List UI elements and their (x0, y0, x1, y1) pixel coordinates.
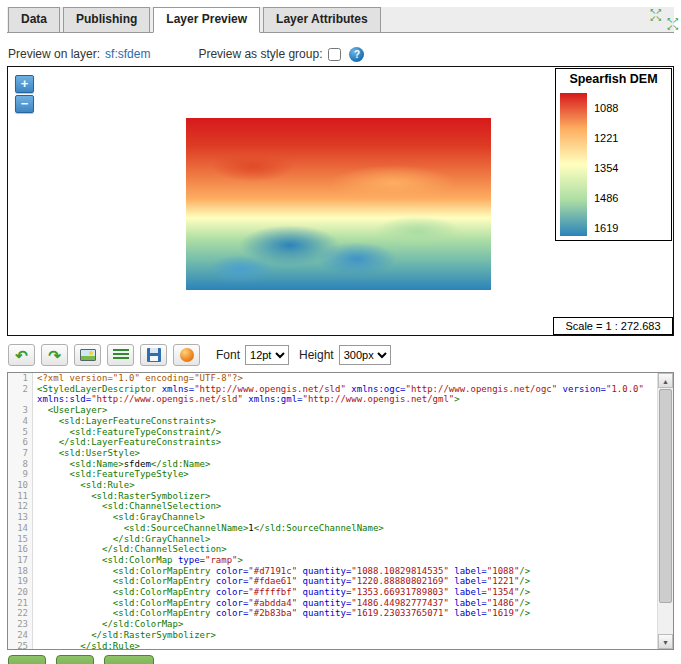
zoom-in-button[interactable]: + (15, 75, 34, 93)
help-icon[interactable]: ? (349, 47, 364, 62)
code-text[interactable]: </sld:ColorMap> (33, 619, 657, 630)
code-line: 18 <sld:ColorMapEntry color="#d7191c" qu… (8, 566, 657, 577)
layer-preview-page: DataPublishingLayer PreviewLayer Attribu… (0, 0, 681, 664)
line-number: 21 (8, 598, 33, 609)
tab-layer-attributes[interactable]: Layer Attributes (263, 7, 381, 32)
code-line: 4 <sld:LayerFeatureConstraints> (8, 416, 657, 427)
tab-bar: DataPublishingLayer PreviewLayer Attribu… (7, 7, 674, 33)
expand-arrows-bottom: ↙↘ (667, 24, 678, 31)
code-line: 2<StyledLayerDescriptor xmlns="http://ww… (8, 384, 657, 405)
code-text[interactable]: <sld:FeatureTypeConstraint/> (33, 427, 657, 438)
code-text[interactable]: </sld:RasterSymbolizer> (33, 630, 657, 641)
code-text[interactable]: <sld:UserStyle> (33, 448, 657, 459)
line-number: 5 (8, 427, 33, 438)
code-line: 25 </sld:Rule> (8, 641, 657, 649)
height-label: Height (299, 348, 334, 362)
expand-arrows-icon[interactable]: ↖↗ ↙↘ (650, 8, 661, 22)
code-line: 14 <sld:SourceChannelName>1</sld:SourceC… (8, 523, 657, 534)
code-text[interactable]: <?xml version="1.0" encoding="UTF-8"?> (33, 373, 657, 384)
code-text[interactable]: <sld:ColorMapEntry color="#d7191c" quant… (33, 566, 657, 577)
floppy-disk-icon (147, 348, 161, 362)
insert-image-button[interactable] (74, 344, 101, 366)
line-number: 23 (8, 619, 33, 630)
zoom-out-button[interactable]: − (15, 95, 34, 113)
legend-label: 1619 (594, 222, 669, 234)
code-text[interactable]: <sld:FeatureTypeStyle> (33, 469, 657, 480)
code-text[interactable]: <UserLayer> (33, 405, 657, 416)
redo-button[interactable]: ↷ (41, 344, 68, 366)
layer-link[interactable]: sf:sfdem (105, 47, 150, 61)
sld-code-editor[interactable]: 1<?xml version="1.0" encoding="UTF-8"?>2… (7, 372, 674, 650)
code-line: 16 </sld:ChannelSelection> (8, 544, 657, 555)
editor-height-select[interactable]: 300px (339, 345, 391, 365)
code-text[interactable]: <sld:ChannelSelection> (33, 501, 657, 512)
line-number: 12 (8, 501, 33, 512)
legend-color-ramp (560, 93, 587, 236)
code-text[interactable]: <sld:RasterSymbolizer> (33, 491, 657, 502)
line-number: 15 (8, 534, 33, 545)
image-icon (80, 349, 96, 361)
validate-button[interactable] (173, 344, 200, 366)
line-number: 11 (8, 491, 33, 502)
scrollbar-thumb[interactable] (659, 389, 672, 603)
code-text[interactable]: </sld:LayerFeatureConstraints> (33, 437, 657, 448)
code-text[interactable]: <sld:Name>sfdem</sld:Name> (33, 459, 657, 470)
code-text[interactable]: </sld:ChannelSelection> (33, 544, 657, 555)
line-number: 13 (8, 512, 33, 523)
code-line: 3 <UserLayer> (8, 405, 657, 416)
code-line: 20 <sld:ColorMapEntry color="#ffffbf" qu… (8, 587, 657, 598)
code-line: 6 </sld:LayerFeatureConstraints> (8, 437, 657, 448)
tab-data[interactable]: Data (8, 7, 60, 32)
editor-scrollbar[interactable]: ▲ ▼ (657, 373, 673, 649)
font-label: Font (216, 348, 240, 362)
undo-button[interactable]: ↶ (8, 344, 35, 366)
legend-label: 1088 (594, 102, 669, 114)
bottom-button-2[interactable] (56, 655, 94, 664)
code-line: 12 <sld:ChannelSelection> (8, 501, 657, 512)
code-text[interactable]: <sld:Rule> (33, 480, 657, 491)
code-text[interactable]: <sld:GrayChannel> (33, 512, 657, 523)
reformat-button[interactable] (107, 344, 134, 366)
code-text[interactable]: <StyledLayerDescriptor xmlns="http://www… (33, 384, 657, 405)
save-button[interactable] (140, 344, 167, 366)
line-number: 1 (8, 373, 33, 384)
line-number: 18 (8, 566, 33, 577)
bottom-button-1[interactable] (8, 655, 46, 664)
code-text[interactable]: <sld:ColorMap type="ramp"> (33, 555, 657, 566)
code-text[interactable]: <sld:ColorMapEntry color="#2b83ba" quant… (33, 608, 657, 619)
line-number: 25 (8, 641, 33, 649)
style-group-checkbox[interactable] (328, 48, 341, 61)
tab-publishing[interactable]: Publishing (63, 7, 150, 32)
line-number: 17 (8, 555, 33, 566)
code-text[interactable]: <sld:ColorMapEntry color="#abdda4" quant… (33, 598, 657, 609)
line-number: 4 (8, 416, 33, 427)
line-number: 3 (8, 405, 33, 416)
code-text[interactable]: <sld:ColorMapEntry color="#ffffbf" quant… (33, 587, 657, 598)
code-line: 11 <sld:RasterSymbolizer> (8, 491, 657, 502)
line-number: 14 (8, 523, 33, 534)
code-line: 23 </sld:ColorMap> (8, 619, 657, 630)
code-text[interactable]: <sld:SourceChannelName>1</sld:SourceChan… (33, 523, 657, 534)
expand-arrows-icon-2[interactable]: ↖↗ ↙↘ (667, 17, 678, 31)
bottom-button-3[interactable] (104, 655, 154, 664)
line-number: 2 (8, 384, 33, 405)
code-line: 7 <sld:UserStyle> (8, 448, 657, 459)
preview-on-layer-label: Preview on layer: (8, 47, 100, 61)
legend-label: 1221 (594, 132, 669, 144)
code-line: 10 <sld:Rule> (8, 480, 657, 491)
map-legend: Spearfish DEM 10881221135414861619 (555, 68, 672, 241)
code-text[interactable]: </sld:Rule> (33, 641, 657, 649)
line-number: 10 (8, 480, 33, 491)
scroll-up-arrow[interactable]: ▲ (658, 373, 673, 388)
map-preview[interactable]: + − Spearfish DEM 10881221135414861619 S… (7, 66, 674, 336)
font-size-select[interactable]: 12pt (245, 345, 289, 365)
code-text[interactable]: </sld:GrayChannel> (33, 534, 657, 545)
code-line: 1<?xml version="1.0" encoding="UTF-8"?> (8, 373, 657, 384)
scroll-down-arrow[interactable]: ▼ (658, 634, 673, 649)
code-text[interactable]: <sld:ColorMapEntry color="#fdae61" quant… (33, 576, 657, 587)
tab-layer-preview[interactable]: Layer Preview (153, 7, 260, 33)
code-line: 13 <sld:GrayChannel> (8, 512, 657, 523)
code-text[interactable]: <sld:LayerFeatureConstraints> (33, 416, 657, 427)
legend-title: Spearfish DEM (556, 69, 671, 90)
line-number: 6 (8, 437, 33, 448)
